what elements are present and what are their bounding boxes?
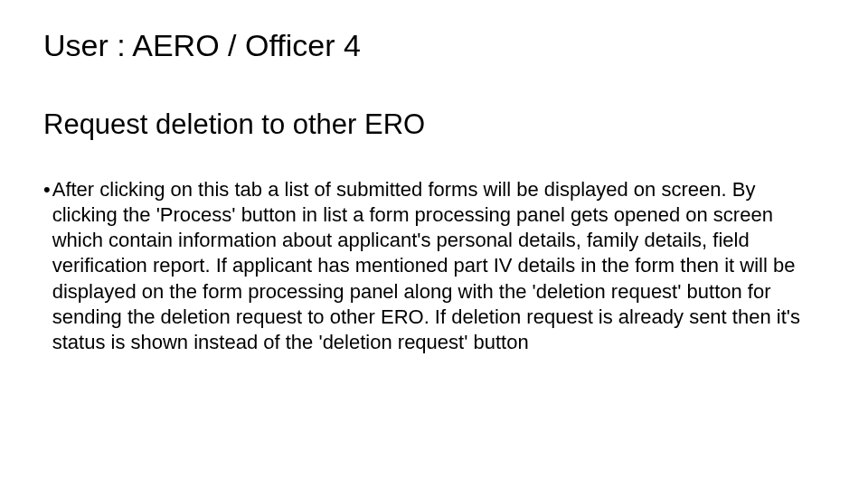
slide-subtitle: Request deletion to other ERO xyxy=(43,108,825,141)
bullet-marker: • xyxy=(43,177,51,202)
body-text: After clicking on this tab a list of sub… xyxy=(52,177,825,355)
bullet-item: • After clicking on this tab a list of s… xyxy=(43,177,825,355)
body-content: • After clicking on this tab a list of s… xyxy=(43,177,825,355)
slide-title: User : AERO / Officer 4 xyxy=(43,27,825,64)
